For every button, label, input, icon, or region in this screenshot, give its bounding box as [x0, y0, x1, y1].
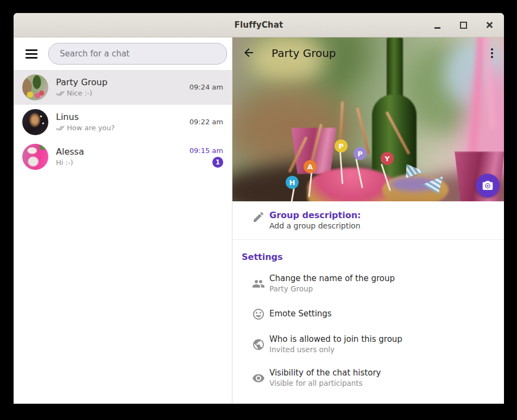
setting-join-permission[interactable]: Who is allowed to join this group Invite… [232, 327, 504, 361]
setting-texts: Emote Settings [269, 308, 332, 319]
overflow-menu-button[interactable] [489, 46, 495, 60]
group-description-texts: Group description: Add a group descripti… [269, 209, 361, 231]
double-check-icon [56, 89, 65, 98]
group-description-label: Group description: [269, 209, 361, 221]
chat-row-meta: 09:15 am 1 [190, 147, 223, 168]
setting-texts: Visibility of the chat history Visible f… [269, 367, 381, 388]
chat-row-texts: Linus How are you? [56, 112, 182, 132]
chat-time: 09:24 am [190, 83, 223, 92]
back-button[interactable] [241, 45, 256, 62]
setting-change-group-name[interactable]: Change the name of the group Party Group [232, 266, 504, 300]
maximize-icon [460, 22, 467, 29]
chat-name: Alessa [56, 147, 182, 157]
settings-heading: Settings [232, 252, 504, 262]
chat-time: 09:15 am [190, 147, 223, 155]
emoji-icon [252, 308, 265, 321]
divider [232, 239, 504, 240]
letter-candle-p2: P [354, 147, 367, 160]
chat-preview-text: Hi :-) [56, 158, 73, 167]
group-description-value: Add a group description [269, 221, 361, 231]
chat-row-texts: Party Group Nice :-) [56, 77, 182, 98]
chat-preview-text: How are you? [67, 124, 115, 132]
minimize-button[interactable] [430, 18, 444, 32]
minimize-icon [434, 27, 440, 29]
window-title: FluffyChat [235, 20, 283, 30]
chat-row-linus[interactable]: Linus How are you? 09:22 am [14, 105, 232, 139]
chat-row-alessa[interactable]: Alessa Hi :-) 09:15 am 1 [14, 139, 232, 174]
setting-label: Visibility of the chat history [269, 367, 381, 378]
setting-value: Invited users only [269, 345, 402, 354]
chat-name: Party Group [56, 77, 182, 87]
chat-row-meta: 09:24 am [190, 83, 223, 92]
search-input[interactable] [59, 48, 217, 59]
setting-texts: Who is allowed to join this group Invite… [269, 334, 402, 354]
group-description-row[interactable]: Group description: Add a group descripti… [232, 201, 504, 239]
close-icon [486, 22, 493, 28]
hamburger-menu-button[interactable] [23, 45, 40, 63]
chat-list-panel: Party Group Nice :-) 09:24 am Linus [14, 37, 232, 404]
chat-list-topbar [14, 37, 232, 70]
setting-label: Change the name of the group [269, 273, 395, 284]
letter-candle-h: H [286, 176, 299, 189]
chat-preview: Hi :-) [56, 158, 182, 167]
window-controls [430, 13, 496, 37]
globe-icon [252, 338, 265, 351]
group-detail-panel: H A P P Y Party Group [232, 37, 504, 404]
search-field[interactable] [48, 43, 227, 65]
group-banner-photo[interactable]: H A P P Y Party Group [232, 37, 504, 201]
unread-badge: 1 [212, 157, 223, 168]
letter-candle-a: A [304, 160, 317, 173]
window-titlebar[interactable]: FluffyChat [14, 13, 504, 37]
setting-value: Visible for all participants [269, 378, 381, 388]
close-button[interactable] [482, 18, 496, 32]
setting-history-visibility[interactable]: Visibility of the chat history Visible f… [232, 361, 504, 394]
setting-emote-settings[interactable]: Emote Settings [232, 300, 504, 327]
chat-avatar [22, 74, 48, 100]
letter-candle-p1: P [335, 139, 348, 152]
eye-icon [252, 372, 265, 385]
chat-avatar [22, 109, 48, 135]
maximize-button[interactable] [456, 18, 470, 32]
chat-row-meta: 09:22 am [190, 118, 223, 126]
chat-row-party-group[interactable]: Party Group Nice :-) 09:24 am [14, 70, 232, 105]
chat-preview: How are you? [56, 124, 182, 132]
pencil-icon [252, 211, 265, 224]
camera-icon [481, 179, 494, 192]
back-arrow-icon [242, 46, 255, 59]
chat-preview-text: Nice :-) [67, 89, 92, 98]
hamburger-menu-icon [26, 49, 37, 59]
kebab-menu-icon [491, 48, 493, 58]
double-check-icon [56, 124, 65, 132]
chat-row-texts: Alessa Hi :-) [56, 147, 182, 167]
chat-time: 09:22 am [190, 118, 223, 126]
camera-button[interactable] [476, 174, 500, 198]
fluffychat-window: FluffyChat Party Group [14, 13, 504, 404]
setting-texts: Change the name of the group Party Group [269, 273, 395, 294]
setting-label: Emote Settings [269, 308, 332, 319]
chat-preview: Nice :-) [56, 89, 182, 98]
chat-avatar [22, 144, 48, 170]
setting-value: Party Group [269, 284, 395, 294]
group-title: Party Group [272, 47, 336, 60]
chat-name: Linus [56, 112, 182, 122]
group-appbar: Party Group [232, 37, 504, 69]
letter-candle-y: Y [381, 152, 394, 165]
setting-label: Who is allowed to join this group [269, 334, 402, 345]
chat-list: Party Group Nice :-) 09:24 am Linus [14, 70, 232, 174]
group-icon [252, 277, 265, 290]
